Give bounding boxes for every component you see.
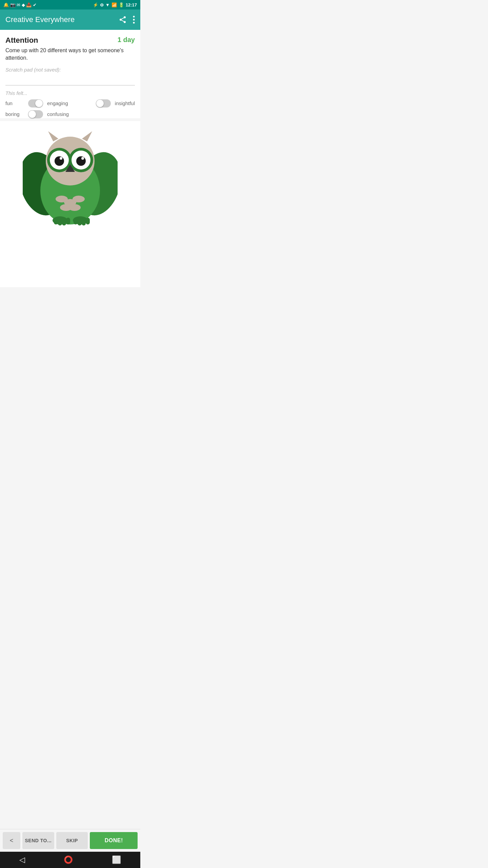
svg-line-3 xyxy=(122,20,124,22)
toggle-boring-switch[interactable] xyxy=(28,110,43,118)
toggle-engaging-switch[interactable] xyxy=(96,99,111,107)
scratch-pad-label: Scratch pad (not saved): xyxy=(5,67,135,73)
svg-rect-34 xyxy=(74,218,78,224)
toggle-fun-switch[interactable] xyxy=(28,99,43,107)
status-bar-left: 🔔 📷 ✉ ◆ 📥 ✔ xyxy=(3,2,37,7)
app-title: Creative Everywhere xyxy=(5,15,119,24)
svg-point-1 xyxy=(120,19,122,21)
app-bar-icons xyxy=(119,16,135,24)
time-display: 12:17 xyxy=(126,2,137,7)
svg-rect-32 xyxy=(66,218,70,224)
battery-icon: 🔋 xyxy=(119,2,124,7)
owl-svg xyxy=(23,124,118,226)
signal-icon: ⊖ xyxy=(100,2,104,7)
toggle-row-1: fun engaging insightful xyxy=(5,99,135,107)
challenge-title: Attention xyxy=(5,36,38,45)
toggle-fun-label: fun xyxy=(5,100,24,106)
svg-point-25 xyxy=(73,196,85,202)
challenge-header: Attention 1 day xyxy=(5,36,135,45)
wifi-icon: ▼ xyxy=(105,2,110,7)
network-icon: 📶 xyxy=(111,2,117,7)
svg-point-19 xyxy=(76,156,86,166)
status-bar: 🔔 📷 ✉ ◆ 📥 ✔ ⚡ ⊖ ▼ 📶 🔋 12:17 xyxy=(0,0,140,9)
app-bar: Creative Everywhere xyxy=(0,9,140,30)
main-content: Attention 1 day Come up with 20 differen… xyxy=(0,30,140,118)
challenge-days: 1 day xyxy=(118,36,135,44)
svg-marker-13 xyxy=(82,131,92,141)
content-spacer xyxy=(0,233,140,287)
owl-illustration xyxy=(0,121,140,233)
svg-point-5 xyxy=(133,16,135,18)
svg-point-21 xyxy=(81,157,84,160)
svg-rect-37 xyxy=(86,218,90,224)
svg-point-0 xyxy=(124,16,126,18)
svg-point-2 xyxy=(124,21,126,23)
toggle-confusing-label: confusing xyxy=(47,111,69,117)
toggle-boring-label: boring xyxy=(5,111,24,117)
svg-point-18 xyxy=(55,156,64,166)
toggle-insightful-label: insightful xyxy=(115,100,135,106)
svg-point-20 xyxy=(60,157,62,160)
svg-point-6 xyxy=(133,19,135,21)
toggle-row-2: boring confusing xyxy=(5,110,135,118)
notification-icons: 🔔 📷 ✉ ◆ 📥 ✔ xyxy=(3,2,37,7)
svg-rect-29 xyxy=(54,218,58,224)
status-bar-right: ⚡ ⊖ ▼ 📶 🔋 12:17 xyxy=(93,2,137,7)
scratch-pad-input[interactable] xyxy=(5,75,135,85)
svg-rect-30 xyxy=(58,219,62,225)
bluetooth-icon: ⚡ xyxy=(93,2,98,7)
toggle-engaging-label: engaging xyxy=(47,100,68,106)
svg-rect-35 xyxy=(78,219,82,225)
svg-point-27 xyxy=(68,204,81,211)
svg-rect-36 xyxy=(82,219,86,225)
svg-line-4 xyxy=(122,18,124,19)
this-felt-label: This felt... xyxy=(5,90,135,96)
more-options-button[interactable] xyxy=(133,16,135,24)
svg-marker-12 xyxy=(48,131,58,141)
share-button[interactable] xyxy=(119,16,127,24)
svg-point-7 xyxy=(133,22,135,24)
challenge-description: Come up with 20 different ways to get so… xyxy=(5,47,135,62)
svg-rect-31 xyxy=(62,219,66,225)
